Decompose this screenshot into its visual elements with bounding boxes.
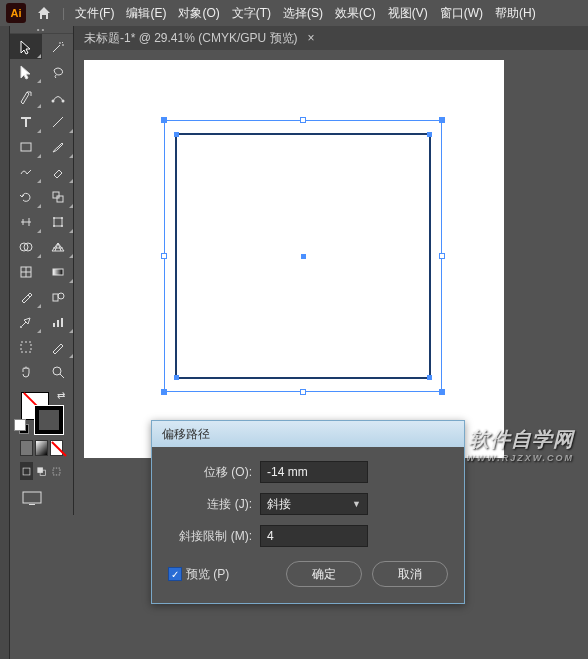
hand-tool[interactable] bbox=[10, 359, 42, 384]
svg-rect-17 bbox=[53, 323, 55, 327]
menu-window[interactable]: 窗口(W) bbox=[434, 5, 489, 22]
gradient-tool[interactable] bbox=[42, 259, 74, 284]
menu-bar: Ai | 文件(F) 编辑(E) 对象(O) 文字(T) 选择(S) 效果(C)… bbox=[0, 0, 588, 26]
offset-input[interactable] bbox=[260, 461, 368, 483]
curvature-tool[interactable] bbox=[42, 84, 74, 109]
rotate-tool[interactable] bbox=[10, 184, 42, 209]
anchor-point[interactable] bbox=[162, 389, 167, 394]
magic-wand-tool[interactable] bbox=[42, 34, 74, 59]
anchor-point[interactable] bbox=[439, 389, 444, 394]
menu-object[interactable]: 对象(O) bbox=[172, 5, 225, 22]
miter-limit-input[interactable] bbox=[260, 525, 368, 547]
document-tab[interactable]: 未标题-1* @ 29.41% (CMYK/GPU 预览) × bbox=[74, 26, 588, 50]
selection-handle[interactable] bbox=[161, 253, 167, 259]
anchor-point[interactable] bbox=[174, 375, 179, 380]
anchor-point[interactable] bbox=[427, 375, 432, 380]
menu-edit[interactable]: 编辑(E) bbox=[120, 5, 172, 22]
anchor-point[interactable] bbox=[162, 118, 167, 123]
draw-behind-icon[interactable] bbox=[35, 462, 48, 480]
type-tool[interactable] bbox=[10, 109, 42, 134]
color-mode-none[interactable] bbox=[50, 440, 63, 456]
selection-handle[interactable] bbox=[300, 389, 306, 395]
svg-point-15 bbox=[58, 293, 64, 299]
svg-point-7 bbox=[61, 217, 63, 219]
scale-tool[interactable] bbox=[42, 184, 74, 209]
shaper-tool[interactable] bbox=[10, 159, 42, 184]
toolbox-grip[interactable]: •• bbox=[10, 26, 73, 34]
selection-handle[interactable] bbox=[439, 253, 445, 259]
preview-checkbox-wrap[interactable]: ✓ 预览 (P) bbox=[168, 566, 229, 583]
width-tool[interactable] bbox=[10, 209, 42, 234]
anchor-point[interactable] bbox=[427, 132, 432, 137]
svg-rect-13 bbox=[53, 269, 63, 275]
swap-fill-stroke-icon[interactable]: ⇄ bbox=[57, 390, 65, 401]
color-mode-solid[interactable] bbox=[20, 440, 33, 456]
eraser-tool[interactable] bbox=[42, 159, 74, 184]
svg-rect-14 bbox=[53, 294, 58, 301]
mesh-tool[interactable] bbox=[10, 259, 42, 284]
app-icon: Ai bbox=[6, 3, 26, 23]
zoom-tool[interactable] bbox=[42, 359, 74, 384]
menu-type[interactable]: 文字(T) bbox=[226, 5, 277, 22]
toolbox: •• ⇄ bbox=[10, 26, 74, 515]
menu-select[interactable]: 选择(S) bbox=[277, 5, 329, 22]
dialog-title: 偏移路径 bbox=[162, 426, 210, 443]
pen-tool[interactable] bbox=[10, 84, 42, 109]
symbol-sprayer-tool[interactable] bbox=[10, 309, 42, 334]
shape-builder-tool[interactable] bbox=[10, 234, 42, 259]
anchor-point[interactable] bbox=[439, 118, 444, 123]
svg-point-16 bbox=[20, 326, 22, 328]
ok-button[interactable]: 确定 bbox=[286, 561, 362, 587]
svg-point-0 bbox=[52, 99, 55, 102]
svg-point-8 bbox=[53, 225, 55, 227]
draw-normal-icon[interactable] bbox=[20, 462, 33, 480]
svg-rect-3 bbox=[53, 192, 59, 198]
chevron-down-icon: ▼ bbox=[352, 499, 361, 509]
menu-help[interactable]: 帮助(H) bbox=[489, 5, 542, 22]
miter-limit-label: 斜接限制 (M): bbox=[168, 528, 260, 545]
stroke-swatch[interactable] bbox=[35, 406, 63, 434]
home-icon[interactable] bbox=[36, 5, 52, 21]
join-select[interactable]: 斜接 ▼ bbox=[260, 493, 368, 515]
menu-effect[interactable]: 效果(C) bbox=[329, 5, 382, 22]
menu-file[interactable]: 文件(F) bbox=[69, 5, 120, 22]
screen-mode-icon[interactable] bbox=[14, 484, 69, 515]
svg-rect-2 bbox=[21, 143, 31, 151]
anchor-point[interactable] bbox=[174, 132, 179, 137]
slice-tool[interactable] bbox=[42, 334, 74, 359]
preview-checkbox[interactable]: ✓ bbox=[168, 567, 182, 581]
svg-point-1 bbox=[62, 99, 65, 102]
join-label: 连接 (J): bbox=[168, 496, 260, 513]
column-graph-tool[interactable] bbox=[42, 309, 74, 334]
menu-view[interactable]: 视图(V) bbox=[382, 5, 434, 22]
svg-point-9 bbox=[61, 225, 63, 227]
color-mode-gradient[interactable] bbox=[35, 440, 48, 456]
blend-tool[interactable] bbox=[42, 284, 74, 309]
draw-inside-icon[interactable] bbox=[50, 462, 63, 480]
paintbrush-tool[interactable] bbox=[42, 134, 74, 159]
free-transform-tool[interactable] bbox=[42, 209, 74, 234]
svg-rect-19 bbox=[61, 318, 63, 327]
line-tool[interactable] bbox=[42, 109, 74, 134]
selection-tool[interactable] bbox=[10, 34, 42, 59]
direct-selection-tool[interactable] bbox=[10, 59, 42, 84]
svg-rect-27 bbox=[29, 504, 35, 505]
selection-handle[interactable] bbox=[300, 117, 306, 123]
dialog-title-bar[interactable]: 偏移路径 bbox=[152, 421, 464, 447]
perspective-grid-tool[interactable] bbox=[42, 234, 74, 259]
rectangle-tool[interactable] bbox=[10, 134, 42, 159]
default-fill-stroke-icon[interactable] bbox=[19, 424, 29, 434]
close-icon[interactable]: × bbox=[308, 31, 315, 45]
color-swatch-area: ⇄ bbox=[10, 384, 73, 515]
svg-rect-4 bbox=[57, 196, 63, 202]
cancel-button[interactable]: 取消 bbox=[372, 561, 448, 587]
document-tab-title: 未标题-1* @ 29.41% (CMYK/GPU 预览) bbox=[84, 30, 298, 47]
preview-label: 预览 (P) bbox=[186, 566, 229, 583]
left-dock-strip bbox=[0, 26, 10, 659]
eyedropper-tool[interactable] bbox=[10, 284, 42, 309]
artboard-tool[interactable] bbox=[10, 334, 42, 359]
svg-rect-25 bbox=[53, 468, 60, 475]
svg-rect-26 bbox=[23, 492, 41, 503]
fill-stroke-swatch[interactable]: ⇄ bbox=[21, 392, 63, 434]
lasso-tool[interactable] bbox=[42, 59, 74, 84]
